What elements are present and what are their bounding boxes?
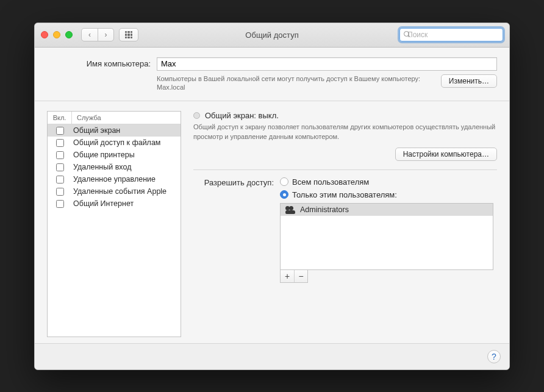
service-enable-checkbox[interactable] (56, 188, 64, 196)
service-label: Общие принтеры (72, 151, 135, 159)
chevron-right-icon: › (105, 30, 107, 39)
nav-back-forward: ‹ › (81, 28, 114, 41)
service-label: Удаленное управление (72, 175, 156, 184)
search-input[interactable] (407, 30, 499, 39)
chevron-left-icon: ‹ (88, 30, 91, 39)
user-item[interactable]: Administrators (281, 204, 493, 216)
footer: ? (35, 343, 509, 369)
computer-name-label: Имя компьютера: (47, 59, 151, 68)
forward-button[interactable]: › (98, 29, 113, 41)
search-field-wrapper[interactable] (399, 28, 503, 41)
service-item[interactable]: Удаленный вход (48, 161, 181, 173)
users-icon (285, 206, 295, 213)
back-button[interactable]: ‹ (82, 29, 98, 41)
titlebar: ‹ › Общий доступ (35, 23, 509, 48)
allowed-users-box: Administrators + − (280, 203, 493, 283)
radio-icon (280, 177, 288, 186)
user-name: Administrators (300, 205, 349, 214)
traffic-lights (41, 31, 73, 38)
status-row: Общий экран: выкл. (193, 111, 497, 120)
remove-user-button[interactable]: − (294, 270, 307, 282)
service-enable-checkbox[interactable] (56, 139, 64, 147)
service-label: Общий доступ к файлам (72, 138, 160, 147)
plus-icon: + (285, 271, 290, 281)
close-window-button[interactable] (41, 31, 48, 38)
service-item[interactable]: Общие принтеры (48, 149, 181, 161)
allowed-users-list[interactable]: Administrators (280, 203, 493, 270)
service-item[interactable]: Удаленное управление (48, 173, 181, 185)
service-description: Общий доступ к экрану позволяет пользова… (193, 123, 497, 141)
help-button[interactable]: ? (487, 350, 501, 363)
main-row: Вкл. Служба Общий экранОбщий доступ к фа… (35, 101, 509, 343)
access-label: Разрешить доступ: (193, 177, 274, 199)
status-indicator-icon (193, 112, 200, 119)
radio-only-users[interactable]: Только этим пользователям: (280, 190, 397, 199)
zoom-window-button[interactable] (65, 31, 73, 38)
service-detail: Общий экран: выкл. Общий доступ к экрану… (193, 111, 497, 337)
access-row: Разрешить доступ: Всем пользователям Тол… (193, 177, 497, 199)
edit-button[interactable]: Изменить… (441, 74, 497, 88)
services-list: Общий экранОбщий доступ к файламОбщие пр… (48, 124, 181, 336)
service-label: Общий экран (72, 126, 120, 135)
service-label: Удаленный вход (72, 163, 131, 171)
service-label: Общий Интернет (72, 199, 134, 208)
content-area: Имя компьютера: Компьютеры в Вашей локал… (35, 48, 509, 369)
column-header-on[interactable]: Вкл. (48, 112, 72, 124)
add-user-button[interactable]: + (281, 270, 294, 282)
divider (193, 169, 497, 170)
minimize-window-button[interactable] (53, 31, 60, 38)
computer-name-section: Имя компьютера: Компьютеры в Вашей локал… (35, 48, 509, 101)
search-icon (404, 31, 405, 38)
computer-settings-button[interactable]: Настройки компьютера… (395, 148, 497, 161)
service-item[interactable]: Общий Интернет (48, 198, 181, 210)
service-item[interactable]: Общий экран (48, 124, 181, 137)
help-icon: ? (492, 352, 496, 362)
services-header: Вкл. Служба (48, 112, 181, 124)
service-enable-checkbox[interactable] (56, 200, 64, 208)
service-item[interactable]: Удаленные события Apple (48, 185, 181, 198)
user-list-actions: + − (280, 270, 308, 283)
column-header-service[interactable]: Служба (72, 112, 181, 124)
minus-icon: − (298, 271, 303, 281)
computer-name-helper: Компьютеры в Вашей локальной сети могут … (157, 74, 435, 93)
service-enable-checkbox[interactable] (56, 176, 64, 184)
show-all-button[interactable] (119, 28, 138, 41)
services-sidebar: Вкл. Служба Общий экранОбщий доступ к фа… (47, 111, 181, 337)
service-enable-checkbox[interactable] (56, 127, 64, 135)
radio-all-users[interactable]: Всем пользователям (280, 177, 397, 187)
radio-all-label: Всем пользователям (292, 177, 369, 187)
radio-icon (280, 190, 288, 199)
service-enable-checkbox[interactable] (56, 151, 64, 159)
grid-icon (125, 31, 132, 38)
computer-name-input[interactable] (157, 57, 497, 71)
service-item[interactable]: Общий доступ к файлам (48, 137, 181, 149)
status-title: Общий экран: выкл. (205, 111, 279, 120)
preferences-window: ‹ › Общий доступ Имя компьютера: (34, 23, 510, 370)
radio-only-label: Только этим пользователям: (292, 190, 397, 199)
access-radio-group: Всем пользователям Только этим пользоват… (280, 177, 397, 199)
service-label: Удаленные события Apple (72, 187, 166, 196)
service-enable-checkbox[interactable] (56, 163, 64, 171)
